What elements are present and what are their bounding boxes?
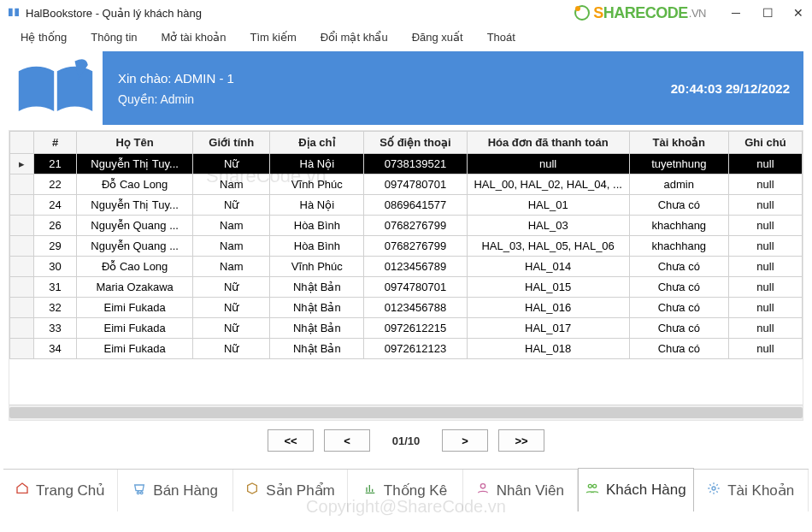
cell[interactable]: Chưa có (629, 257, 728, 277)
cell[interactable]: Vĩnh Phúc (270, 174, 364, 195)
tab-user[interactable]: Nhân Viên (463, 470, 578, 511)
cell[interactable]: null (728, 277, 802, 298)
cell[interactable]: 0974780701 (364, 174, 467, 195)
cell[interactable]: Hòa Bình (270, 216, 364, 236)
cell[interactable]: Nữ (193, 298, 270, 318)
close-button[interactable]: ✕ (793, 7, 805, 19)
cell[interactable]: 0972612215 (364, 318, 467, 339)
cell[interactable]: 0123456789 (364, 257, 467, 277)
cell[interactable]: Nguyễn Thị Tuy... (77, 195, 193, 216)
cell[interactable]: HAL_016 (467, 298, 629, 318)
table-row[interactable]: 29Nguyễn Quang ...NamHòa Bình0768276799H… (10, 236, 803, 257)
cell[interactable]: Nhật Bản (270, 277, 364, 298)
menu-item[interactable]: Thoát (475, 27, 527, 47)
menu-item[interactable]: Mở tài khoản (150, 27, 238, 47)
cell[interactable]: admin (629, 174, 728, 195)
cell[interactable]: Đỗ Cao Long (77, 174, 193, 195)
cell[interactable]: 0123456788 (364, 298, 467, 318)
pager-last-button[interactable]: >> (498, 429, 544, 452)
cell[interactable]: Vĩnh Phúc (270, 257, 364, 277)
cell[interactable]: 29 (34, 236, 77, 257)
cell[interactable]: HAL_015 (467, 277, 629, 298)
cell[interactable]: Nam (193, 236, 270, 257)
cell[interactable]: Nữ (193, 154, 270, 174)
cell[interactable]: 32 (34, 298, 77, 318)
table-row[interactable]: 30Đỗ Cao LongNamVĩnh Phúc0123456789HAL_0… (10, 257, 803, 277)
cell[interactable]: HAL_00, HAL_02, HAL_04, ... (467, 174, 629, 195)
pager-prev-button[interactable]: < (324, 429, 370, 452)
tab-chart[interactable]: Thống Kê (348, 470, 462, 511)
cell[interactable]: Chưa có (629, 298, 728, 318)
row-header-cell[interactable] (10, 277, 34, 298)
row-header-cell[interactable] (10, 257, 34, 277)
cell[interactable]: Nam (193, 216, 270, 236)
pager-next-button[interactable]: > (442, 429, 488, 452)
cell[interactable]: tuyetnhung (629, 154, 728, 174)
tab-home[interactable]: Trang Chủ (3, 470, 118, 511)
scrollbar-thumb[interactable] (9, 407, 803, 418)
cell[interactable]: 26 (34, 216, 77, 236)
cell[interactable]: 22 (34, 174, 77, 195)
column-header[interactable]: Giới tính (193, 132, 270, 154)
cell[interactable]: Chưa có (629, 318, 728, 339)
cell[interactable]: 0768276799 (364, 236, 467, 257)
cell[interactable]: null (728, 174, 802, 195)
column-header[interactable]: Địa chỉ (270, 132, 364, 154)
row-header-cell[interactable] (10, 195, 34, 216)
column-header[interactable]: Tài khoản (629, 132, 728, 154)
cell[interactable]: 0768276799 (364, 216, 467, 236)
cell[interactable]: null (728, 195, 802, 216)
cell[interactable]: 0974780701 (364, 277, 467, 298)
maximize-button[interactable]: ☐ (762, 7, 774, 19)
cell[interactable]: 30 (34, 257, 77, 277)
cell[interactable]: Nguyễn Quang ... (77, 216, 193, 236)
cell[interactable]: Hà Nội (270, 195, 364, 216)
menu-item[interactable]: Đăng xuất (400, 27, 475, 47)
cell[interactable]: Nữ (193, 318, 270, 339)
cell[interactable]: Nữ (193, 277, 270, 298)
cell[interactable]: HAL_014 (467, 257, 629, 277)
cell[interactable]: Eimi Fukada (77, 298, 193, 318)
cell[interactable]: Eimi Fukada (77, 318, 193, 339)
cell[interactable]: Chưa có (629, 339, 728, 359)
column-header[interactable]: Họ Tên (77, 132, 193, 154)
tab-users[interactable]: Khách Hàng (578, 468, 693, 511)
cell[interactable]: Nhật Bản (270, 318, 364, 339)
column-header[interactable]: Ghi chú (728, 132, 802, 154)
horizontal-scrollbar[interactable] (9, 405, 803, 420)
cell[interactable]: HAL_03 (467, 216, 629, 236)
table-row[interactable]: 31Maria OzakawaNữNhật Bản0974780701HAL_0… (10, 277, 803, 298)
row-header-cell[interactable] (10, 318, 34, 339)
cell[interactable]: HAL_03, HAL_05, HAL_06 (467, 236, 629, 257)
cell[interactable]: Hà Nội (270, 154, 364, 174)
tab-cart[interactable]: Bán Hàng (118, 470, 232, 511)
tab-box[interactable]: Sản Phẩm (233, 470, 348, 511)
cell[interactable]: khachhang (629, 236, 728, 257)
table-row[interactable]: 32Eimi FukadaNữNhật Bản0123456788HAL_016… (10, 298, 803, 318)
table-row[interactable]: 24Nguyễn Thị Tuy...NữHà Nội0869641577HAL… (10, 195, 803, 216)
cell[interactable]: Chưa có (629, 195, 728, 216)
cell[interactable]: 21 (34, 154, 77, 174)
cell[interactable]: Eimi Fukada (77, 339, 193, 359)
cell[interactable]: 0869641577 (364, 195, 467, 216)
menu-item[interactable]: Thông tin (79, 27, 149, 47)
menu-item[interactable]: Đổi mật khẩu (309, 27, 400, 47)
minimize-button[interactable]: ─ (732, 7, 744, 19)
cell[interactable]: Nguyễn Quang ... (77, 236, 193, 257)
menu-item[interactable]: Hệ thống (9, 27, 79, 47)
table-row[interactable]: 26Nguyễn Quang ...NamHòa Bình0768276799H… (10, 216, 803, 236)
column-header[interactable]: Số điện thoại (364, 132, 467, 154)
cell[interactable]: null (728, 154, 802, 174)
pager-first-button[interactable]: << (268, 429, 314, 452)
cell[interactable]: HAL_017 (467, 318, 629, 339)
cell[interactable]: khachhang (629, 216, 728, 236)
cell[interactable]: Nam (193, 257, 270, 277)
row-header-cell[interactable]: ▸ (10, 154, 34, 174)
table-row[interactable]: 33Eimi FukadaNữNhật Bản0972612215HAL_017… (10, 318, 803, 339)
cell[interactable]: Đỗ Cao Long (77, 257, 193, 277)
cell[interactable]: null (728, 216, 802, 236)
table-row[interactable]: 22Đỗ Cao LongNamVĩnh Phúc0974780701HAL_0… (10, 174, 803, 195)
cell[interactable]: 0972612123 (364, 339, 467, 359)
row-header-cell[interactable] (10, 298, 34, 318)
menu-item[interactable]: Tìm kiếm (238, 27, 309, 47)
